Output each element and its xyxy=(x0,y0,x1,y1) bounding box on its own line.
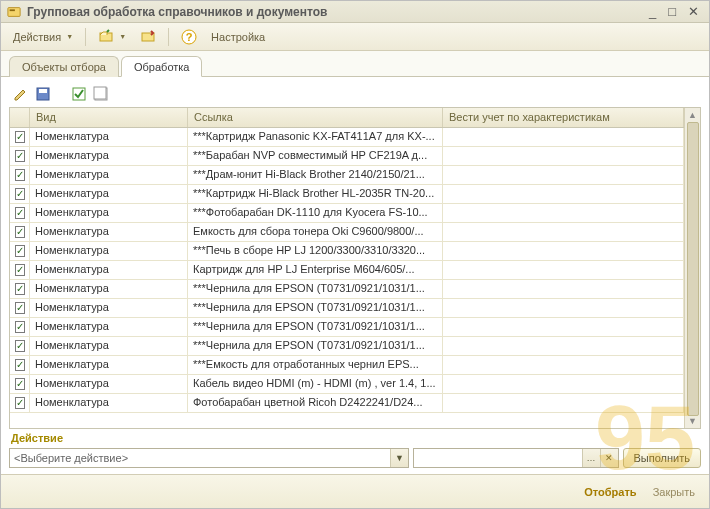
row-checkbox[interactable]: ✓ xyxy=(15,131,25,143)
tab-processing[interactable]: Обработка xyxy=(121,56,202,77)
row-checkbox-cell: ✓ xyxy=(10,185,30,203)
row-checkbox[interactable]: ✓ xyxy=(15,378,25,390)
table-row[interactable]: ✓НоменклатураКартридж для HP LJ Enterpri… xyxy=(10,261,684,280)
row-checkbox[interactable]: ✓ xyxy=(15,340,25,352)
svg-rect-1 xyxy=(10,9,15,11)
row-link: Картридж для HP LJ Enterprise M604/605/.… xyxy=(188,261,443,279)
svg-rect-7 xyxy=(39,89,47,93)
row-checkbox[interactable]: ✓ xyxy=(15,283,25,295)
action-row: ▼ … ✕ Выполнить xyxy=(9,446,701,472)
table-row[interactable]: ✓Номенклатура***Фотобарабан DK-1110 для … xyxy=(10,204,684,223)
row-checkbox[interactable]: ✓ xyxy=(15,150,25,162)
table-row[interactable]: ✓Номенклатура***Картридж Hi-Black Brothe… xyxy=(10,185,684,204)
row-link: ***Чернила для EPSON (T0731/0921/1031/1.… xyxy=(188,299,443,317)
row-checkbox-cell: ✓ xyxy=(10,299,30,317)
header-link[interactable]: Ссылка xyxy=(188,108,443,127)
row-checkbox[interactable]: ✓ xyxy=(15,207,25,219)
close-button[interactable]: ✕ xyxy=(684,4,703,19)
help-button[interactable]: ? xyxy=(175,26,203,48)
row-kind: Номенклатура xyxy=(30,242,188,260)
separator xyxy=(85,28,86,46)
row-checkbox[interactable]: ✓ xyxy=(15,302,25,314)
clear-icon[interactable]: ✕ xyxy=(600,449,618,467)
row-link: ***Картридж Panasonic KX-FAT411A7 для KX… xyxy=(188,128,443,146)
row-variant xyxy=(443,128,684,146)
row-link: ***Чернила для EPSON (T0731/0921/1031/1.… xyxy=(188,318,443,336)
scroll-up-icon[interactable]: ▲ xyxy=(688,110,697,120)
table-row[interactable]: ✓Номенклатура***Чернила для EPSON (T0731… xyxy=(10,337,684,356)
table-row[interactable]: ✓НоменклатураФотобарабан цветной Ricoh D… xyxy=(10,394,684,413)
scroll-down-icon[interactable]: ▼ xyxy=(688,416,697,426)
actions-label: Действия xyxy=(13,31,61,43)
row-checkbox[interactable]: ✓ xyxy=(15,169,25,181)
chevron-down-icon[interactable]: ▼ xyxy=(390,449,408,467)
execute-button[interactable]: Выполнить xyxy=(623,448,701,468)
uncheck-all-icon[interactable] xyxy=(93,86,109,102)
vertical-scrollbar[interactable]: ▲ ▼ xyxy=(684,108,700,428)
folder-open-icon xyxy=(98,29,114,45)
row-kind: Номенклатура xyxy=(30,318,188,336)
row-variant xyxy=(443,223,684,241)
edit-icon[interactable] xyxy=(13,86,29,102)
row-kind: Номенклатура xyxy=(30,394,188,412)
titlebar: Групповая обработка справочников и докум… xyxy=(1,1,709,23)
settings-button[interactable]: Настройка xyxy=(205,28,271,46)
table-row[interactable]: ✓Номенклатура***Картридж Panasonic KX-FA… xyxy=(10,128,684,147)
table-row[interactable]: ✓Номенклатура***Чернила для EPSON (T0731… xyxy=(10,280,684,299)
row-link: ***Драм-юнит Hi-Black Brother 2140/2150/… xyxy=(188,166,443,184)
table-row[interactable]: ✓Номенклатура***Барабан NVP совместимый … xyxy=(10,147,684,166)
row-checkbox[interactable]: ✓ xyxy=(15,321,25,333)
save-settings-button[interactable] xyxy=(134,26,162,48)
row-variant xyxy=(443,204,684,222)
row-kind: Номенклатура xyxy=(30,223,188,241)
row-checkbox[interactable]: ✓ xyxy=(15,188,25,200)
close-link[interactable]: Закрыть xyxy=(653,486,695,498)
row-kind: Номенклатура xyxy=(30,261,188,279)
scrollbar-thumb[interactable] xyxy=(687,122,699,416)
tab-body: Вид Ссылка Вести учет по характеристикам… xyxy=(1,77,709,474)
row-variant xyxy=(443,280,684,298)
ellipsis-icon[interactable]: … xyxy=(582,449,600,467)
tab-selection-objects[interactable]: Объекты отбора xyxy=(9,56,119,77)
header-variant[interactable]: Вести учет по характеристикам xyxy=(443,108,684,127)
row-variant xyxy=(443,337,684,355)
action-section-label: Действие xyxy=(9,429,701,446)
row-variant xyxy=(443,147,684,165)
action-param-input[interactable] xyxy=(414,450,582,466)
action-param[interactable]: … ✕ xyxy=(413,448,619,468)
table-row[interactable]: ✓НоменклатураЕмкость для сбора тонера Ok… xyxy=(10,223,684,242)
row-link: ***Печь в сборе HP LJ 1200/3300/3310/332… xyxy=(188,242,443,260)
row-checkbox-cell: ✓ xyxy=(10,394,30,412)
header-checkbox[interactable] xyxy=(10,108,30,127)
load-settings-button[interactable]: ▼ xyxy=(92,26,132,48)
row-checkbox[interactable]: ✓ xyxy=(15,359,25,371)
row-variant xyxy=(443,394,684,412)
row-kind: Номенклатура xyxy=(30,337,188,355)
window-title: Групповая обработка справочников и докум… xyxy=(27,5,327,19)
row-checkbox[interactable]: ✓ xyxy=(15,397,25,409)
table-row[interactable]: ✓НоменклатураКабель видео HDMI (m) - HDM… xyxy=(10,375,684,394)
action-combo-input[interactable] xyxy=(10,450,390,466)
row-kind: Номенклатура xyxy=(30,128,188,146)
save-icon[interactable] xyxy=(35,86,51,102)
row-checkbox-cell: ✓ xyxy=(10,337,30,355)
row-checkbox[interactable]: ✓ xyxy=(15,245,25,257)
row-checkbox[interactable]: ✓ xyxy=(15,264,25,276)
table-row[interactable]: ✓Номенклатура***Драм-юнит Hi-Black Broth… xyxy=(10,166,684,185)
check-all-icon[interactable] xyxy=(71,86,87,102)
table-row[interactable]: ✓Номенклатура***Печь в сборе HP LJ 1200/… xyxy=(10,242,684,261)
row-variant xyxy=(443,261,684,279)
table-row[interactable]: ✓Номенклатура***Емкость для отработанных… xyxy=(10,356,684,375)
maximize-button[interactable]: □ xyxy=(664,4,680,19)
select-button[interactable]: Отобрать xyxy=(584,486,636,498)
actions-menu[interactable]: Действия ▼ xyxy=(7,28,79,46)
minimize-button[interactable]: _ xyxy=(645,4,660,19)
table-row[interactable]: ✓Номенклатура***Чернила для EPSON (T0731… xyxy=(10,318,684,337)
row-link: Емкость для сбора тонера Oki C9600/9800/… xyxy=(188,223,443,241)
action-combo[interactable]: ▼ xyxy=(9,448,409,468)
table-row[interactable]: ✓Номенклатура***Чернила для EPSON (T0731… xyxy=(10,299,684,318)
header-kind[interactable]: Вид xyxy=(30,108,188,127)
row-link: Кабель видео HDMI (m) - HDMI (m) , ver 1… xyxy=(188,375,443,393)
row-checkbox-cell: ✓ xyxy=(10,204,30,222)
row-checkbox[interactable]: ✓ xyxy=(15,226,25,238)
